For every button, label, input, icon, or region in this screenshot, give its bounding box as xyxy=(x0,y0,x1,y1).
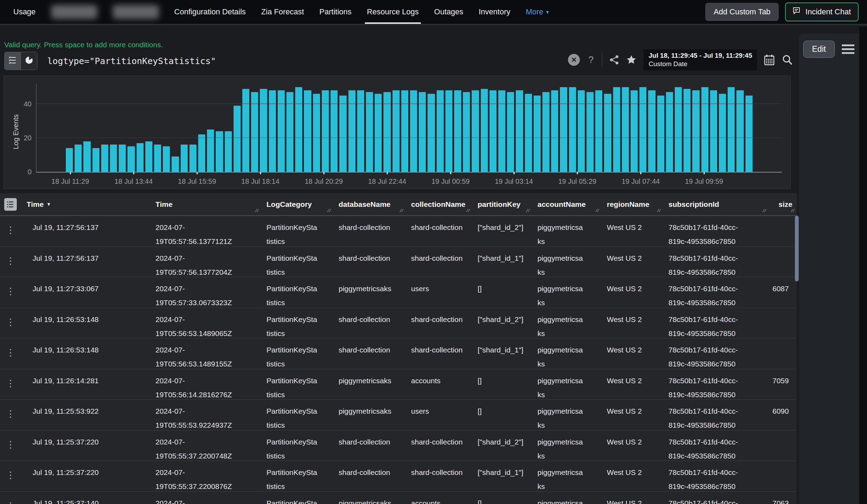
chart-bar[interactable] xyxy=(560,87,567,172)
chart-bar[interactable] xyxy=(675,87,682,172)
table-header-cell-accountName[interactable]: accountName xyxy=(532,193,601,215)
table-row[interactable]: Jul 19, 11:26:53:1482024-07-19T05:56:53.… xyxy=(0,338,797,369)
row-menu-icon[interactable] xyxy=(10,288,11,289)
chart-bar[interactable] xyxy=(719,94,726,172)
table-header-cell-time_local[interactable]: Time▼ xyxy=(21,193,150,215)
column-resize-handle[interactable] xyxy=(595,206,599,214)
row-menu-icon[interactable] xyxy=(10,471,11,473)
calendar-icon[interactable] xyxy=(764,54,775,65)
chart-bar[interactable] xyxy=(639,87,646,172)
table-header-cell-time_utc[interactable]: Time xyxy=(150,193,261,215)
list-view-button[interactable] xyxy=(5,52,21,70)
sort-desc-icon[interactable]: ▼ xyxy=(47,202,51,207)
chart-bar[interactable] xyxy=(83,141,90,172)
chart-bar[interactable] xyxy=(154,145,161,172)
chart-bar[interactable] xyxy=(542,92,549,172)
column-resize-handle[interactable] xyxy=(399,206,404,214)
row-menu-cell[interactable] xyxy=(0,430,21,442)
chart-bar[interactable] xyxy=(339,96,346,172)
chart-bar[interactable] xyxy=(137,143,144,172)
chart-bar[interactable] xyxy=(445,90,452,172)
chart-bar[interactable] xyxy=(587,92,594,172)
chart-bar[interactable] xyxy=(525,94,532,172)
tab-outages[interactable]: Outages xyxy=(434,0,463,24)
chart-bar[interactable] xyxy=(736,90,743,172)
column-resize-handle[interactable] xyxy=(327,206,331,214)
column-resize-handle[interactable] xyxy=(466,206,470,214)
chart-bar[interactable] xyxy=(534,96,541,172)
chart-bar[interactable] xyxy=(286,92,293,172)
chart-bar[interactable] xyxy=(383,92,390,172)
chart-bar[interactable] xyxy=(507,92,514,172)
table-header-cell-logCategory[interactable]: LogCategory xyxy=(261,193,333,215)
chart-bar[interactable] xyxy=(198,134,205,172)
chart-bar[interactable] xyxy=(490,90,497,172)
chart-bar[interactable] xyxy=(145,141,152,172)
row-menu-icon[interactable] xyxy=(10,410,11,412)
table-header-cell-databaseName[interactable]: databaseName xyxy=(333,193,405,215)
chart-bar[interactable] xyxy=(622,87,629,172)
chart-bar[interactable] xyxy=(234,106,241,172)
chart-bar[interactable] xyxy=(454,90,461,172)
chart-bar[interactable] xyxy=(692,90,699,172)
row-menu-cell[interactable] xyxy=(0,400,21,412)
chart-bar[interactable] xyxy=(295,87,302,172)
chart-bar[interactable] xyxy=(419,92,426,172)
incident-chat-button[interactable]: Incident Chat xyxy=(785,2,859,21)
chart-bar[interactable] xyxy=(516,90,523,172)
table-vertical-scrollbar[interactable] xyxy=(795,216,799,281)
column-resize-handle[interactable] xyxy=(657,206,661,214)
chart-bar[interactable] xyxy=(304,90,311,172)
table-row[interactable]: Jul 19, 11:27:56:1372024-07-19T05:57:56.… xyxy=(0,216,797,247)
nav-more-menu[interactable]: More ▾ xyxy=(526,7,549,16)
table-header-icon-cell[interactable] xyxy=(0,193,21,215)
chart-bar[interactable] xyxy=(710,90,717,172)
row-menu-cell[interactable] xyxy=(0,216,21,228)
tab-usage[interactable]: Usage xyxy=(13,0,36,24)
chart-bar[interactable] xyxy=(110,145,117,172)
column-resize-handle[interactable] xyxy=(255,206,259,214)
query-input[interactable]: logtype="PartitionKeyStatistics" xyxy=(47,56,216,66)
chart-bar[interactable] xyxy=(357,90,364,172)
table-header-cell-partitionKey[interactable]: partitionKey xyxy=(472,193,532,215)
chart-bar[interactable] xyxy=(92,148,99,172)
chart-bar[interactable] xyxy=(242,89,249,172)
chart-bar[interactable] xyxy=(437,90,444,172)
chart-bar[interactable] xyxy=(119,145,126,172)
chart-bar[interactable] xyxy=(745,96,752,172)
chart-bar[interactable] xyxy=(463,92,470,172)
row-menu-cell[interactable] xyxy=(0,369,21,381)
chart-bar[interactable] xyxy=(251,92,258,172)
search-icon[interactable] xyxy=(782,54,793,65)
chart-bar[interactable] xyxy=(578,90,585,172)
chart-bar[interactable] xyxy=(393,90,400,172)
chart-bar[interactable] xyxy=(269,90,276,172)
chart-bar[interactable] xyxy=(66,148,73,172)
chart-bar[interactable] xyxy=(375,94,382,172)
chart-bar[interactable] xyxy=(163,146,170,172)
tab-resource-logs[interactable]: Resource Logs xyxy=(367,0,419,24)
chart-bar[interactable] xyxy=(366,92,373,172)
tab-configuration-details[interactable]: Configuration Details xyxy=(174,0,246,24)
star-favorite-icon[interactable] xyxy=(626,55,637,65)
chart-bar[interactable] xyxy=(631,90,638,172)
chart-bar[interactable] xyxy=(313,94,320,172)
chart-bar[interactable] xyxy=(684,89,691,172)
chart-bar[interactable] xyxy=(595,90,602,172)
column-resize-handle[interactable] xyxy=(526,206,530,214)
row-menu-icon[interactable] xyxy=(10,318,11,320)
chart-bar[interactable] xyxy=(728,87,735,172)
chart-bar[interactable] xyxy=(172,156,179,172)
chart-bar[interactable] xyxy=(657,96,664,172)
row-menu-cell[interactable] xyxy=(0,277,21,289)
chart-bar[interactable] xyxy=(260,89,267,172)
tab-inventory[interactable]: Inventory xyxy=(479,0,511,24)
table-row[interactable]: Jul 19, 11:26:53:1482024-07-19T05:56:53.… xyxy=(0,308,797,339)
chart-bar[interactable] xyxy=(101,145,108,172)
row-menu-icon[interactable] xyxy=(10,502,11,504)
table-row[interactable]: Jul 19, 11:25:37:2202024-07-19T05:55:37.… xyxy=(0,461,797,492)
chart-bar[interactable] xyxy=(666,92,673,172)
row-menu-icon[interactable] xyxy=(10,257,11,259)
chart-bar[interactable] xyxy=(75,145,82,172)
clear-query-icon[interactable]: ✕ xyxy=(568,54,580,66)
